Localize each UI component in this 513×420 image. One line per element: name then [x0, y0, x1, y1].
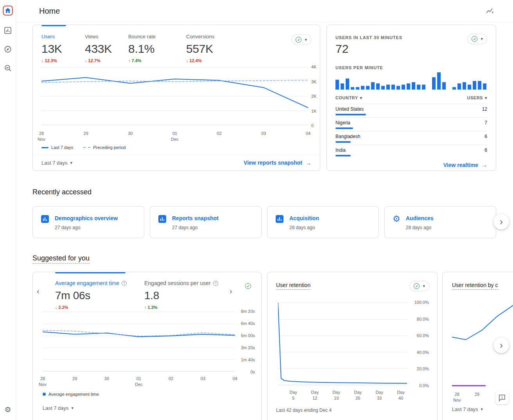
metric-value: 1.8: [144, 289, 218, 302]
report-icon: [275, 215, 284, 223]
metric-carousel-next-button[interactable]: ›: [230, 287, 232, 295]
feedback-icon: [498, 394, 506, 402]
check-circle-icon: ✓: [245, 283, 251, 289]
metric-tab-avg-engagement-time[interactable]: Average engagement time ? 7m 06s ↓ 2.2%: [55, 280, 127, 310]
x-tick: Day40: [397, 389, 405, 401]
check-circle-icon: ✓: [472, 36, 477, 42]
last-accessed-time: 27 days ago: [172, 225, 219, 230]
info-icon: ?: [122, 281, 127, 286]
x-tick: 04: [306, 131, 310, 136]
status-ok-dropdown[interactable]: ✓ ▾: [291, 34, 311, 45]
metric-tab-views[interactable]: Views 433K ↓ 12.7%: [85, 34, 112, 63]
status-ok-dropdown[interactable]: ✓ ▾: [467, 34, 487, 44]
recent-card-demographics[interactable]: Demographics overview 27 days ago: [32, 206, 144, 238]
explore-icon: [4, 45, 12, 53]
country-users-bar: [335, 155, 351, 156]
metric-value: 8.1%: [128, 42, 156, 56]
active-tab-indicator: [55, 272, 126, 273]
recently-accessed-title: Recently accessed: [32, 188, 91, 196]
preceding-period-swatch: [83, 147, 90, 148]
metric-value: 433K: [85, 42, 112, 56]
x-tick: 01Dec: [171, 131, 179, 142]
reports-snapshot-card: Users 13K ↓ 12.3% Views 433K ↓ 12.7% Bou…: [32, 25, 320, 171]
x-tick: Day26: [354, 389, 362, 401]
sidebar-item-reports[interactable]: [4, 27, 12, 36]
chart-legend: Last 7 days Preceding period: [41, 145, 126, 150]
view-reports-snapshot-link[interactable]: View reports snapshot →: [244, 160, 311, 166]
last-accessed-time: 27 days ago: [55, 225, 118, 230]
country-users-bar: [335, 127, 353, 129]
x-tick: Day19: [332, 389, 340, 401]
arrow-right-icon: →: [481, 162, 487, 168]
suggested-for-you-title: Suggested for you: [32, 254, 90, 262]
gear-icon: ⚙: [4, 406, 11, 414]
insights-icon: [485, 6, 495, 16]
sidebar-item-advertising[interactable]: [4, 64, 12, 74]
x-axis: Day5 Day12 Day19 Day26 Day33 Day40: [278, 389, 407, 400]
carousel-next-button[interactable]: ›: [493, 337, 509, 353]
current-period-swatch: [41, 147, 48, 148]
carousel-next-button[interactable]: ›: [493, 214, 509, 230]
metric-value: 7m 06s: [55, 289, 127, 302]
country-column-header[interactable]: COUNTRY ▾: [335, 95, 362, 100]
table-row[interactable]: United States 12: [335, 104, 487, 118]
report-icon: [158, 215, 167, 223]
card-footer: Last 7 days ▾ View reports snapshot →: [33, 154, 320, 171]
metric-tab-users[interactable]: Users 13K ↓ 12.3%: [41, 34, 62, 63]
x-tick: 28Nov: [39, 376, 47, 388]
status-ok-dropdown[interactable]: ✓ ▾: [409, 281, 429, 291]
insights-button[interactable]: [485, 6, 495, 17]
recent-card-acquisition[interactable]: Acquisition 28 days ago: [267, 206, 379, 238]
top-bar: Home: [16, 0, 513, 22]
metric-tab-conversions[interactable]: Conversions 557K ↓ 12.4%: [186, 34, 214, 63]
view-realtime-link[interactable]: View realtime →: [443, 162, 487, 168]
x-tick: 28Nov: [38, 131, 45, 142]
x-tick: 30: [104, 376, 109, 382]
metric-value: 13K: [41, 42, 62, 56]
card-title: User retention by c: [452, 282, 498, 288]
x-tick: 02: [217, 131, 222, 136]
sidebar-item-explore[interactable]: [4, 45, 12, 55]
metric-tab-bounce-rate[interactable]: Bounce rate 8.1% ↑ 7.4%: [128, 34, 156, 63]
country-users-bar: [335, 141, 351, 143]
gear-icon: ⚙: [393, 215, 400, 223]
feedback-button[interactable]: [495, 391, 509, 404]
x-axis: 28Nov 29 30 01Dec 02 03 04: [41, 131, 308, 142]
date-range-selector[interactable]: Last 7 days ▾: [41, 160, 72, 166]
recent-card-reports-snapshot[interactable]: Reports snapshot 27 days ago: [150, 206, 262, 238]
table-row[interactable]: India 6: [335, 145, 487, 158]
chevron-down-icon: ▾: [481, 407, 483, 411]
y-axis: 4K 3K 2K 1K 0: [311, 67, 321, 126]
recent-card-audiences[interactable]: ⚙ Audiences 28 days ago: [384, 206, 496, 238]
active-tab-indicator: [41, 25, 66, 26]
series-dot: [43, 393, 46, 396]
metric-tab-engaged-sessions-per-user[interactable]: Engaged sessions per user ? 1.8 ↑ 1.3%: [144, 280, 218, 310]
sidebar-item-admin[interactable]: ⚙: [4, 406, 11, 414]
table-row[interactable]: Bangladesh 6: [335, 131, 487, 145]
chevron-left-icon: ‹: [37, 287, 39, 295]
table-row[interactable]: Nigeria 7: [335, 118, 487, 131]
advertising-icon: [4, 64, 12, 72]
chevron-down-icon: ▾: [423, 284, 425, 288]
users-per-minute-label: USERS PER MINUTE: [335, 65, 383, 70]
metric-delta: ↑ 7.4%: [128, 58, 156, 63]
metric-value: 557K: [186, 42, 214, 56]
x-tick: 28Nov: [453, 391, 461, 403]
table-header: COUNTRY ▾ USERS ▾: [335, 95, 487, 104]
users-column-header[interactable]: USERS ▾: [467, 95, 487, 100]
chevron-down-icon: ▾: [305, 38, 307, 42]
date-range-note: Last 42 days ending Dec 4: [276, 407, 332, 413]
x-tick: 02: [169, 376, 173, 382]
x-tick: 30: [128, 131, 133, 136]
date-range-selector[interactable]: Last 7 days ▾: [43, 405, 74, 411]
y-axis: 100.0% 80.0% 60.0% 40.0% 20.0% 0.0%: [408, 302, 429, 386]
page-title: Home: [39, 7, 60, 16]
chevron-right-icon: ›: [230, 287, 232, 295]
reports-icon: [4, 27, 12, 34]
metric-carousel-prev-button[interactable]: ‹: [37, 287, 39, 295]
date-range-selector[interactable]: Last 7 days ▾: [452, 406, 483, 412]
realtime-users-value: 72: [335, 42, 348, 56]
sidebar-item-home[interactable]: [3, 5, 13, 17]
metric-delta: ↓ 12.3%: [41, 58, 62, 63]
chevron-right-icon: ›: [500, 216, 503, 227]
